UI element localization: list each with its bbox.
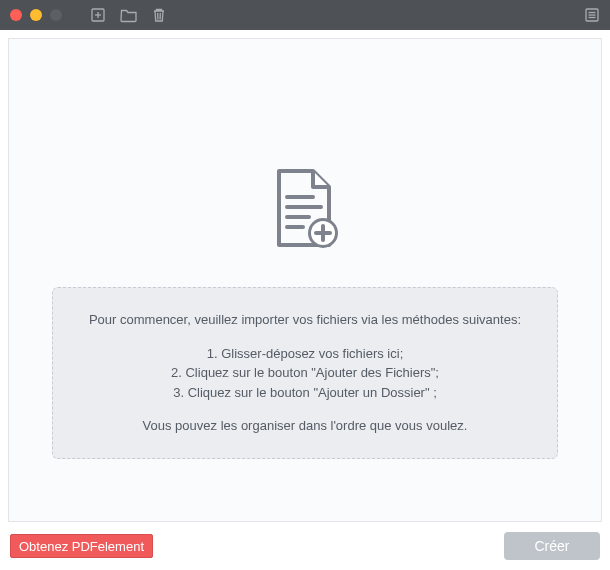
list-view-icon[interactable]	[584, 7, 600, 23]
trash-icon[interactable]	[152, 7, 166, 23]
instruction-step: 3. Cliquez sur le bouton "Ajouter un Dos…	[77, 383, 533, 403]
drop-canvas[interactable]: Pour commencer, veuillez importer vos fi…	[8, 38, 602, 522]
bottom-bar: Obtenez PDFelement Créer	[0, 522, 610, 570]
instruction-step: 1. Glisser-déposez vos fichiers ici;	[77, 344, 533, 364]
window-controls	[10, 9, 62, 21]
instructions-outro: Vous pouvez les organiser dans l'ordre q…	[77, 416, 533, 436]
add-file-icon[interactable]	[90, 7, 106, 23]
get-pdfelement-button[interactable]: Obtenez PDFelement	[10, 534, 153, 558]
titlebar	[0, 0, 610, 30]
create-button[interactable]: Créer	[504, 532, 600, 560]
work-area: Pour commencer, veuillez importer vos fi…	[0, 30, 610, 570]
document-add-icon	[269, 167, 341, 259]
maximize-icon	[50, 9, 62, 21]
instructions-intro: Pour commencer, veuillez importer vos fi…	[77, 310, 533, 330]
close-icon[interactable]	[10, 9, 22, 21]
folder-icon[interactable]	[120, 7, 138, 23]
instruction-step: 2. Cliquez sur le bouton "Ajouter des Fi…	[77, 363, 533, 383]
minimize-icon[interactable]	[30, 9, 42, 21]
instructions-steps: 1. Glisser-déposez vos fichiers ici; 2. …	[77, 344, 533, 403]
instructions-panel: Pour commencer, veuillez importer vos fi…	[52, 287, 558, 459]
